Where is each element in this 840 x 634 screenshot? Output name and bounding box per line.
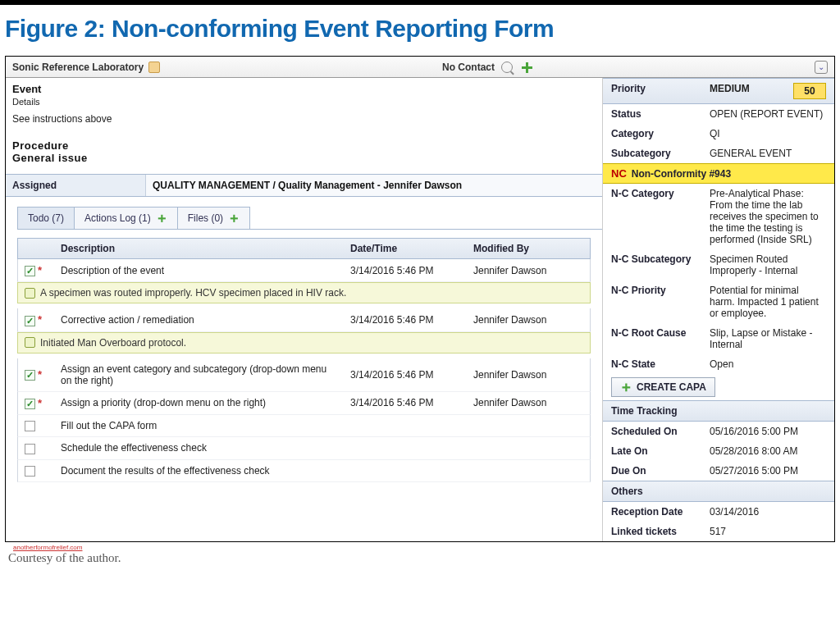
task-datetime: [344, 421, 467, 431]
task-modified-by: Jennifer Dawson: [467, 392, 590, 413]
required-star: *: [38, 313, 42, 326]
status-label: Status: [611, 108, 710, 120]
task-row: Document the results of the effectivenes…: [17, 460, 591, 482]
task-modified-by: [467, 443, 590, 453]
late-on-value: 05/28/2016 8:00 AM: [710, 445, 826, 457]
task-checkbox[interactable]: [25, 266, 35, 276]
tab-label: Todo (7): [28, 212, 64, 224]
expand-icon[interactable]: ⌄: [815, 61, 828, 74]
task-header-row: Description Date/Time Modified By: [17, 238, 591, 259]
others-heading: Others: [603, 481, 834, 502]
nc-title: Non-Conformity #943: [632, 168, 731, 180]
nc-category-label: N-C Category: [611, 188, 710, 245]
required-star: *: [38, 368, 42, 381]
col-description: Description: [54, 239, 344, 258]
lab-name: Sonic Reference Laboratory: [12, 62, 144, 73]
col-datetime: Date/Time: [344, 239, 467, 258]
procedure-sub: General issue: [6, 152, 602, 174]
nc-priority-value: Potential for minimal harm. Impacted 1 p…: [710, 285, 826, 319]
priority-number: 50: [793, 83, 826, 99]
plus-icon[interactable]: [158, 214, 166, 222]
nc-subcategory-label: N-C Subcategory: [611, 253, 710, 276]
task-modified-by: [467, 466, 590, 476]
task-datetime: [344, 443, 467, 453]
task-checkbox[interactable]: [25, 399, 35, 409]
task-row: *Corrective action / remediation3/14/201…: [17, 308, 591, 331]
category-label: Category: [611, 128, 710, 139]
nc-rootcause-value: Slip, Lapse or Mistake - Internal: [710, 327, 826, 350]
late-on-label: Late On: [611, 445, 710, 457]
category-value: QI: [710, 128, 826, 139]
task-description: Description of the event: [54, 260, 344, 281]
priority-value: MEDIUM: [710, 83, 793, 99]
nc-subcategory-value: Specimen Routed Improperly - Internal: [710, 253, 826, 276]
tab-actions-log[interactable]: Actions Log (1): [74, 207, 178, 229]
task-checkbox[interactable]: [25, 466, 35, 477]
required-star: *: [38, 264, 42, 276]
task-modified-by: Jennifer Dawson: [467, 260, 590, 281]
tab-bar: Todo (7) Actions Log (1) Files (0): [17, 207, 602, 230]
col-modified-by: Modified By: [467, 239, 590, 258]
details-label: Details: [6, 97, 602, 110]
procedure-heading: Procedure: [6, 135, 602, 152]
task-modified-by: Jennifer Dawson: [467, 309, 590, 331]
task-row: *Assign an event category and subcategor…: [17, 358, 591, 392]
linked-label: Linked tickets: [611, 526, 710, 537]
create-capa-button[interactable]: CREATE CAPA: [611, 377, 715, 397]
figure-title: Figure 2: Non-conforming Event Reporting…: [0, 5, 840, 56]
right-pane: Priority MEDIUM 50 StatusOPEN (REPORT EV…: [603, 78, 834, 541]
linked-value: 517: [710, 526, 826, 537]
nc-rootcause-label: N-C Root Cause: [611, 327, 710, 350]
figure-caption: Courtesy of the author.: [0, 551, 840, 572]
document-icon[interactable]: [148, 62, 160, 73]
tab-files[interactable]: Files (0): [177, 207, 250, 229]
task-row: Schedule the effectiveness check: [17, 437, 591, 459]
task-checkbox[interactable]: [25, 370, 35, 381]
add-contact-icon[interactable]: [521, 62, 532, 73]
task-datetime: 3/14/2016 5:46 PM: [344, 260, 467, 281]
task-row: *Assign a priority (drop-down menu on th…: [17, 392, 591, 415]
task-description: Fill out the CAPA form: [54, 415, 344, 436]
reception-value: 03/14/2016: [710, 506, 826, 518]
status-value: OPEN (REPORT EVENT): [710, 108, 826, 120]
task-description: Corrective action / remediation: [54, 309, 344, 331]
nc-state-label: N-C State: [611, 358, 710, 370]
search-icon[interactable]: [501, 62, 513, 73]
tab-todo[interactable]: Todo (7): [17, 207, 75, 229]
task-row: Fill out the CAPA form: [17, 415, 591, 437]
left-pane: Event Details See instructions above Pro…: [6, 78, 603, 541]
plus-icon[interactable]: [230, 214, 238, 222]
task-checkbox[interactable]: [25, 421, 35, 431]
event-heading: Event: [6, 78, 602, 97]
note-text: A specimen was routed improperly. HCV sp…: [40, 287, 346, 299]
task-modified-by: Jennifer Dawson: [467, 364, 590, 385]
nc-state-value: Open: [710, 358, 826, 370]
scheduled-on-label: Scheduled On: [611, 426, 710, 437]
task-datetime: 3/14/2016 5:46 PM: [344, 392, 467, 413]
assigned-value: QUALITY MANAGEMENT / Quality Management …: [145, 175, 602, 196]
app-frame: Sonic Reference Laboratory No Contact ⌄ …: [5, 56, 835, 542]
task-modified-by: [467, 421, 590, 431]
task-datetime: [344, 466, 467, 476]
task-note: A specimen was routed improperly. HCV sp…: [17, 282, 591, 303]
task-checkbox[interactable]: [25, 444, 35, 454]
required-star: *: [38, 397, 42, 409]
scheduled-on-value: 05/16/2016 5:00 PM: [710, 426, 826, 437]
task-datetime: 3/14/2016 5:46 PM: [344, 309, 467, 331]
subcategory-value: GENERAL EVENT: [710, 148, 826, 159]
contact-label: No Contact: [442, 62, 495, 73]
nc-category-value: Pre-Analytical Phase: From the time the …: [710, 188, 826, 245]
priority-label: Priority: [611, 83, 710, 99]
nc-banner[interactable]: NC Non-Conformity #943: [603, 163, 834, 184]
create-capa-label: CREATE CAPA: [637, 381, 706, 393]
task-description: Assign a priority (drop-down menu on the…: [54, 392, 344, 413]
app-header: Sonic Reference Laboratory No Contact ⌄: [6, 57, 834, 78]
due-on-value: 05/27/2016 5:00 PM: [710, 465, 826, 477]
tab-label: Files (0): [188, 212, 223, 224]
due-on-label: Due On: [611, 465, 710, 477]
task-note: Initiated Man Overboard protocol.: [17, 332, 591, 353]
priority-row: Priority MEDIUM 50: [603, 78, 834, 104]
footer-credit: anotherformofrelief.com: [0, 542, 840, 551]
task-table: Description Date/Time Modified By *Descr…: [17, 238, 591, 482]
task-checkbox[interactable]: [25, 316, 35, 326]
